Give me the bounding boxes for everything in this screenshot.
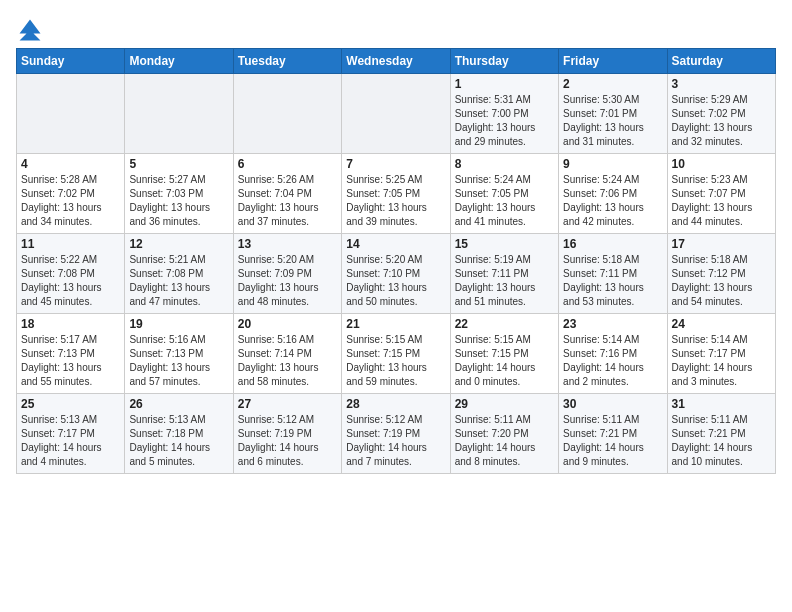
- day-info: Sunrise: 5:11 AM Sunset: 7:21 PM Dayligh…: [563, 413, 662, 469]
- day-info: Sunrise: 5:11 AM Sunset: 7:21 PM Dayligh…: [672, 413, 771, 469]
- weekday-header-friday: Friday: [559, 49, 667, 74]
- day-info: Sunrise: 5:19 AM Sunset: 7:11 PM Dayligh…: [455, 253, 554, 309]
- day-info: Sunrise: 5:30 AM Sunset: 7:01 PM Dayligh…: [563, 93, 662, 149]
- calendar-cell: 22Sunrise: 5:15 AM Sunset: 7:15 PM Dayli…: [450, 314, 558, 394]
- day-info: Sunrise: 5:24 AM Sunset: 7:05 PM Dayligh…: [455, 173, 554, 229]
- calendar-cell: [342, 74, 450, 154]
- day-number: 18: [21, 317, 120, 331]
- calendar-cell: 8Sunrise: 5:24 AM Sunset: 7:05 PM Daylig…: [450, 154, 558, 234]
- day-number: 28: [346, 397, 445, 411]
- calendar-cell: 27Sunrise: 5:12 AM Sunset: 7:19 PM Dayli…: [233, 394, 341, 474]
- day-info: Sunrise: 5:29 AM Sunset: 7:02 PM Dayligh…: [672, 93, 771, 149]
- day-info: Sunrise: 5:26 AM Sunset: 7:04 PM Dayligh…: [238, 173, 337, 229]
- weekday-header-row: SundayMondayTuesdayWednesdayThursdayFrid…: [17, 49, 776, 74]
- calendar-cell: 10Sunrise: 5:23 AM Sunset: 7:07 PM Dayli…: [667, 154, 775, 234]
- day-number: 1: [455, 77, 554, 91]
- calendar-cell: 13Sunrise: 5:20 AM Sunset: 7:09 PM Dayli…: [233, 234, 341, 314]
- calendar-cell: 3Sunrise: 5:29 AM Sunset: 7:02 PM Daylig…: [667, 74, 775, 154]
- day-info: Sunrise: 5:18 AM Sunset: 7:12 PM Dayligh…: [672, 253, 771, 309]
- day-number: 14: [346, 237, 445, 251]
- day-info: Sunrise: 5:14 AM Sunset: 7:17 PM Dayligh…: [672, 333, 771, 389]
- weekday-header-saturday: Saturday: [667, 49, 775, 74]
- calendar-cell: 12Sunrise: 5:21 AM Sunset: 7:08 PM Dayli…: [125, 234, 233, 314]
- day-info: Sunrise: 5:13 AM Sunset: 7:17 PM Dayligh…: [21, 413, 120, 469]
- day-number: 6: [238, 157, 337, 171]
- day-number: 21: [346, 317, 445, 331]
- logo-icon: [16, 16, 44, 44]
- calendar-cell: 31Sunrise: 5:11 AM Sunset: 7:21 PM Dayli…: [667, 394, 775, 474]
- week-row-5: 25Sunrise: 5:13 AM Sunset: 7:17 PM Dayli…: [17, 394, 776, 474]
- day-number: 29: [455, 397, 554, 411]
- weekday-header-thursday: Thursday: [450, 49, 558, 74]
- calendar-cell: 11Sunrise: 5:22 AM Sunset: 7:08 PM Dayli…: [17, 234, 125, 314]
- day-number: 25: [21, 397, 120, 411]
- calendar-cell: 9Sunrise: 5:24 AM Sunset: 7:06 PM Daylig…: [559, 154, 667, 234]
- weekday-header-tuesday: Tuesday: [233, 49, 341, 74]
- day-info: Sunrise: 5:16 AM Sunset: 7:14 PM Dayligh…: [238, 333, 337, 389]
- calendar-cell: 20Sunrise: 5:16 AM Sunset: 7:14 PM Dayli…: [233, 314, 341, 394]
- day-number: 15: [455, 237, 554, 251]
- calendar-cell: 16Sunrise: 5:18 AM Sunset: 7:11 PM Dayli…: [559, 234, 667, 314]
- weekday-header-monday: Monday: [125, 49, 233, 74]
- day-info: Sunrise: 5:12 AM Sunset: 7:19 PM Dayligh…: [346, 413, 445, 469]
- day-number: 17: [672, 237, 771, 251]
- day-info: Sunrise: 5:28 AM Sunset: 7:02 PM Dayligh…: [21, 173, 120, 229]
- weekday-header-sunday: Sunday: [17, 49, 125, 74]
- calendar-table: SundayMondayTuesdayWednesdayThursdayFrid…: [16, 48, 776, 474]
- day-info: Sunrise: 5:14 AM Sunset: 7:16 PM Dayligh…: [563, 333, 662, 389]
- week-row-2: 4Sunrise: 5:28 AM Sunset: 7:02 PM Daylig…: [17, 154, 776, 234]
- calendar-cell: 7Sunrise: 5:25 AM Sunset: 7:05 PM Daylig…: [342, 154, 450, 234]
- day-info: Sunrise: 5:12 AM Sunset: 7:19 PM Dayligh…: [238, 413, 337, 469]
- calendar-cell: 23Sunrise: 5:14 AM Sunset: 7:16 PM Dayli…: [559, 314, 667, 394]
- day-number: 13: [238, 237, 337, 251]
- logo: [16, 16, 48, 44]
- week-row-4: 18Sunrise: 5:17 AM Sunset: 7:13 PM Dayli…: [17, 314, 776, 394]
- day-number: 23: [563, 317, 662, 331]
- calendar-cell: 26Sunrise: 5:13 AM Sunset: 7:18 PM Dayli…: [125, 394, 233, 474]
- day-info: Sunrise: 5:22 AM Sunset: 7:08 PM Dayligh…: [21, 253, 120, 309]
- day-number: 22: [455, 317, 554, 331]
- calendar-cell: 6Sunrise: 5:26 AM Sunset: 7:04 PM Daylig…: [233, 154, 341, 234]
- calendar-cell: 2Sunrise: 5:30 AM Sunset: 7:01 PM Daylig…: [559, 74, 667, 154]
- calendar-cell: [125, 74, 233, 154]
- day-number: 16: [563, 237, 662, 251]
- day-number: 20: [238, 317, 337, 331]
- day-number: 24: [672, 317, 771, 331]
- day-number: 30: [563, 397, 662, 411]
- day-info: Sunrise: 5:15 AM Sunset: 7:15 PM Dayligh…: [346, 333, 445, 389]
- day-number: 5: [129, 157, 228, 171]
- day-number: 12: [129, 237, 228, 251]
- day-info: Sunrise: 5:27 AM Sunset: 7:03 PM Dayligh…: [129, 173, 228, 229]
- day-number: 11: [21, 237, 120, 251]
- day-info: Sunrise: 5:13 AM Sunset: 7:18 PM Dayligh…: [129, 413, 228, 469]
- weekday-header-wednesday: Wednesday: [342, 49, 450, 74]
- day-info: Sunrise: 5:31 AM Sunset: 7:00 PM Dayligh…: [455, 93, 554, 149]
- day-number: 19: [129, 317, 228, 331]
- calendar-cell: 29Sunrise: 5:11 AM Sunset: 7:20 PM Dayli…: [450, 394, 558, 474]
- calendar-cell: 18Sunrise: 5:17 AM Sunset: 7:13 PM Dayli…: [17, 314, 125, 394]
- day-info: Sunrise: 5:17 AM Sunset: 7:13 PM Dayligh…: [21, 333, 120, 389]
- day-number: 3: [672, 77, 771, 91]
- calendar-cell: 30Sunrise: 5:11 AM Sunset: 7:21 PM Dayli…: [559, 394, 667, 474]
- calendar-cell: [17, 74, 125, 154]
- week-row-1: 1Sunrise: 5:31 AM Sunset: 7:00 PM Daylig…: [17, 74, 776, 154]
- calendar-cell: 15Sunrise: 5:19 AM Sunset: 7:11 PM Dayli…: [450, 234, 558, 314]
- day-info: Sunrise: 5:20 AM Sunset: 7:09 PM Dayligh…: [238, 253, 337, 309]
- calendar-cell: 17Sunrise: 5:18 AM Sunset: 7:12 PM Dayli…: [667, 234, 775, 314]
- day-info: Sunrise: 5:20 AM Sunset: 7:10 PM Dayligh…: [346, 253, 445, 309]
- day-info: Sunrise: 5:23 AM Sunset: 7:07 PM Dayligh…: [672, 173, 771, 229]
- calendar-cell: 25Sunrise: 5:13 AM Sunset: 7:17 PM Dayli…: [17, 394, 125, 474]
- calendar-cell: 19Sunrise: 5:16 AM Sunset: 7:13 PM Dayli…: [125, 314, 233, 394]
- page-header: [16, 16, 776, 44]
- calendar-cell: 24Sunrise: 5:14 AM Sunset: 7:17 PM Dayli…: [667, 314, 775, 394]
- day-info: Sunrise: 5:25 AM Sunset: 7:05 PM Dayligh…: [346, 173, 445, 229]
- day-number: 26: [129, 397, 228, 411]
- week-row-3: 11Sunrise: 5:22 AM Sunset: 7:08 PM Dayli…: [17, 234, 776, 314]
- day-number: 10: [672, 157, 771, 171]
- calendar-cell: 28Sunrise: 5:12 AM Sunset: 7:19 PM Dayli…: [342, 394, 450, 474]
- day-number: 31: [672, 397, 771, 411]
- calendar-cell: 1Sunrise: 5:31 AM Sunset: 7:00 PM Daylig…: [450, 74, 558, 154]
- calendar-cell: 14Sunrise: 5:20 AM Sunset: 7:10 PM Dayli…: [342, 234, 450, 314]
- day-info: Sunrise: 5:18 AM Sunset: 7:11 PM Dayligh…: [563, 253, 662, 309]
- day-number: 2: [563, 77, 662, 91]
